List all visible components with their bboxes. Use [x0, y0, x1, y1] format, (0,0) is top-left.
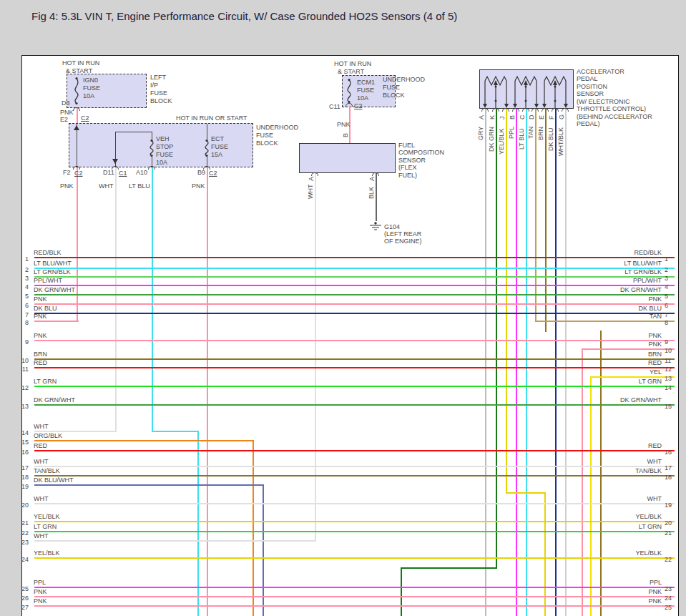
wire-label-right: TAN/BLK — [604, 468, 662, 474]
wire-horizontal-brn — [34, 358, 675, 360]
diagram-text: C2 — [354, 102, 363, 109]
wire-number-left: 17 — [17, 465, 29, 471]
diagram-text: PNK — [192, 182, 205, 190]
diagram-text: A10 — [136, 169, 147, 176]
wire-vertical-pnk — [582, 348, 583, 616]
wire-label-left: PNK — [34, 598, 47, 605]
diagram-text: LT BLU — [518, 128, 525, 150]
wire-number-left: 1 — [17, 256, 29, 263]
connector-pin-icon — [492, 108, 499, 112]
diagram-text: 10A — [357, 94, 368, 102]
diagram-text: THROTTLE CONTROL) — [577, 105, 646, 112]
wire-label-right: LT BLU/WHT — [604, 260, 662, 267]
diagram-text: LEFT — [150, 74, 166, 81]
wire-number-left: 13 — [17, 404, 29, 410]
wire-number-right: 14 — [665, 385, 672, 391]
diagram-text: D3 — [62, 99, 70, 107]
wire-horizontal-wht — [34, 466, 675, 467]
wire-label-left: PNK — [34, 589, 47, 595]
wire-label-left: PPL/WHT — [34, 278, 62, 284]
diagram-text: FUSE — [383, 84, 400, 91]
connector-pin-icon — [346, 103, 353, 107]
wire-label-left: DK GRN/WHT — [34, 397, 75, 404]
wire-vertical-dk-blu — [555, 109, 557, 616]
wire-number-left: 11 — [17, 366, 29, 373]
wire-number-right: 18 — [665, 474, 672, 481]
diagram-text: K — [489, 115, 496, 119]
wire-number-left: 15 — [17, 439, 29, 446]
wire-number-right: 17 — [665, 465, 672, 471]
wire-number-left: 10 — [17, 358, 29, 364]
wire-label-left: RED — [34, 443, 47, 449]
diagram-text: PEDAL) — [577, 120, 600, 127]
connector-pin-icon — [552, 108, 559, 112]
wire-number-left: 27 — [17, 605, 29, 611]
wire-horizontal-pnk — [34, 340, 675, 341]
wire-number-left: 3 — [17, 275, 29, 282]
wire-number-left: 20 — [17, 502, 29, 509]
wire-number-right: 13 — [665, 376, 672, 382]
connector-pin-icon — [73, 166, 80, 170]
diagram-text: E2 — [60, 116, 68, 123]
wire-number-left: 8 — [17, 320, 29, 326]
wire-horizontal-pnk — [34, 596, 675, 597]
wire-label-left: PNK — [34, 296, 47, 303]
diagram-text: HOT IN RUN — [334, 60, 371, 67]
wire-label-left: DK BLU — [34, 305, 57, 312]
wire-number-left: 4 — [17, 284, 29, 290]
wire-label-right: WHT — [604, 459, 662, 465]
wire-horizontal-ppl — [34, 587, 675, 588]
diagram-text: (LEFT REAR — [384, 230, 421, 238]
diagram-text: PNK — [60, 109, 74, 116]
wire-horizontal-red — [34, 450, 675, 451]
diagram-text: D — [528, 115, 535, 120]
wire-number-left: 26 — [17, 595, 29, 602]
diagram-text: 15A — [211, 151, 222, 158]
wire-label-left: WHT — [34, 496, 49, 502]
connector-pin-icon — [522, 108, 529, 112]
wire-vertical-wht — [315, 173, 316, 542]
veh-stop-fuse-icon — [147, 139, 156, 160]
wire-label-right: RED/BLK — [604, 250, 662, 256]
diagram-text: FUSE — [150, 89, 167, 97]
diagram-text: PPL — [508, 127, 515, 139]
potentiometer-icon — [483, 72, 509, 112]
wire-vertical-ink — [207, 124, 207, 140]
wire-number-right: 22 — [665, 557, 672, 563]
wire-number-left: 18 — [17, 474, 29, 481]
wire-number-right: 3 — [665, 275, 668, 282]
wire-number-right: 15 — [665, 404, 672, 410]
diagram-text: C2 — [209, 170, 217, 177]
diagram-text: WHT/BLK — [557, 127, 564, 156]
wire-horizontal-yel — [590, 376, 675, 378]
diagram-text: TAN — [527, 127, 534, 139]
diagram-text: J — [499, 117, 506, 120]
diagram-text: ECM1 — [357, 79, 375, 86]
connector-pin-icon — [372, 172, 379, 176]
diagram-text: PNK — [337, 121, 351, 128]
wire-horizontal-ppl-wht — [34, 285, 675, 286]
connector-pin-icon — [502, 108, 509, 112]
wire-vertical-brn — [545, 109, 547, 332]
diagram-text: FUSE — [83, 84, 100, 92]
wire-number-left: 5 — [17, 293, 29, 300]
diagram-text: E — [538, 115, 545, 119]
wire-number-left: 14 — [17, 430, 29, 436]
diagram-text: UNDERHOOD — [383, 76, 425, 83]
connector-pin-icon — [148, 166, 155, 170]
wire-label-right: PPL — [604, 580, 662, 586]
wire-label-left: WHT — [34, 459, 49, 465]
wire-label-left: LT GRN/BLK — [34, 269, 71, 275]
wire-number-right: 23 — [665, 586, 672, 592]
wire-number-right: 6 — [665, 303, 668, 309]
diagram-text: C2 — [74, 170, 83, 177]
diagram-text: GRY — [477, 127, 484, 140]
wire-label-left: PPL — [34, 580, 46, 586]
wire-label-right: DK BLU — [604, 305, 662, 312]
wire-number-right: 21 — [665, 530, 672, 537]
diagram-text: BLOCK — [383, 92, 405, 99]
wire-vertical-lt-blu — [526, 109, 527, 616]
wire-label-right: RED — [604, 360, 662, 366]
wire-vertical-ppl — [516, 109, 517, 616]
diagram-text: C1 — [119, 170, 127, 177]
